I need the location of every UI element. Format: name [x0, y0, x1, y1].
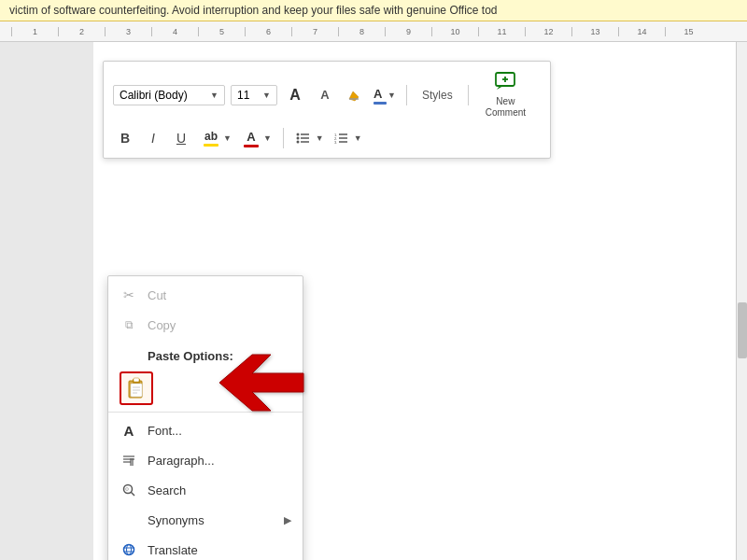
- search-label: Search: [148, 483, 291, 497]
- font-color-a-icon: A: [247, 130, 255, 144]
- decrease-font-size-button[interactable]: A: [313, 83, 337, 107]
- warning-text: victim of software counterfeiting. Avoid…: [9, 4, 498, 17]
- synonyms-label: Synonyms: [148, 513, 275, 527]
- context-menu-translate[interactable]: Translate: [108, 535, 303, 560]
- italic-button[interactable]: I: [141, 126, 165, 150]
- font-label: Font...: [148, 424, 291, 438]
- paste-keep-source-button[interactable]: [120, 371, 153, 405]
- font-color-format-button[interactable]: A: [237, 126, 265, 150]
- font-menu-icon: A: [120, 421, 138, 440]
- numbered-list-icon: 1. 2. 3.: [334, 132, 349, 145]
- bold-button[interactable]: B: [113, 126, 137, 150]
- ruler-mark: 15: [665, 27, 712, 36]
- ruler-mark: 3: [105, 27, 151, 36]
- divider: [406, 85, 407, 105]
- ruler: 1 2 3 4 5 6 7 8 9 10 11 12 13 14 15: [0, 21, 747, 42]
- styles-label: Styles: [422, 89, 453, 102]
- italic-label: I: [151, 131, 155, 146]
- divider3: [283, 128, 284, 148]
- ribbon-toolbar: Calibri (Body) ▼ 11 ▼ A A: [103, 61, 551, 159]
- paragraph-icon: [120, 451, 138, 469]
- scrollbar[interactable]: [736, 42, 747, 560]
- font-family-select[interactable]: Calibri (Body) ▼: [113, 85, 225, 105]
- increase-font-icon: A: [289, 87, 301, 104]
- ribbon-row2: B I U ab ▼ A ▼: [113, 126, 541, 150]
- ruler-content: 1 2 3 4 5 6 7 8 9 10 11 12 13 14 15: [0, 21, 747, 41]
- bold-label: B: [120, 131, 130, 146]
- menu-separator: [108, 412, 303, 413]
- highlight-button[interactable]: ab: [197, 126, 225, 150]
- scrollbar-thumb[interactable]: [738, 302, 747, 358]
- context-menu-copy[interactable]: ⧉ Copy: [108, 310, 303, 340]
- ruler-mark: 9: [385, 27, 431, 36]
- context-menu-cut[interactable]: ✂ Cut: [108, 280, 303, 310]
- new-comment-icon: [494, 71, 516, 96]
- font-color-button[interactable]: A ▼: [373, 83, 397, 107]
- context-menu-search[interactable]: Search: [108, 475, 303, 505]
- context-menu-paragraph[interactable]: Paragraph...: [108, 445, 303, 475]
- ruler-mark: 5: [198, 27, 245, 36]
- ruler-mark: 2: [58, 27, 105, 36]
- ruler-mark: 12: [525, 27, 571, 36]
- highlight-color-bar: [204, 144, 218, 147]
- underline-button[interactable]: U: [169, 126, 193, 150]
- increase-font-size-button[interactable]: A: [283, 83, 307, 107]
- cut-label: Cut: [148, 288, 291, 302]
- ruler-mark: 11: [478, 27, 525, 36]
- font-family-value: Calibri (Body): [120, 89, 188, 102]
- bullet-list-button[interactable]: [291, 126, 316, 150]
- warning-bar: victim of software counterfeiting. Avoid…: [0, 0, 747, 21]
- font-color-icon: A: [374, 86, 387, 105]
- svg-rect-20: [134, 378, 139, 382]
- font-color-dropdown-icon: ▼: [388, 91, 396, 100]
- numbered-list-dropdown-icon[interactable]: ▼: [354, 133, 362, 143]
- decrease-font-icon: A: [320, 88, 329, 102]
- svg-point-34: [127, 545, 132, 555]
- svg-point-32: [126, 488, 129, 491]
- copy-icon: ⧉: [120, 315, 138, 334]
- bullet-list-icon: [296, 132, 311, 145]
- paste-options-row: [108, 368, 303, 409]
- cut-icon: ✂: [120, 286, 138, 304]
- document-area: Calibri (Body) ▼ 11 ▼ A A: [0, 42, 747, 560]
- paste-options-icon: [120, 346, 138, 365]
- svg-point-8: [296, 137, 299, 140]
- svg-text:3.: 3.: [334, 140, 337, 145]
- highlight-text-icon: ab: [204, 130, 218, 143]
- context-menu-synonyms[interactable]: Synonyms ▶: [108, 505, 303, 535]
- svg-point-33: [124, 545, 134, 555]
- synonyms-arrow-icon: ▶: [284, 514, 291, 526]
- ruler-mark: 8: [338, 27, 385, 36]
- font-family-arrow-icon: ▼: [210, 91, 218, 100]
- context-menu-font[interactable]: A Font...: [108, 415, 303, 445]
- eraser-icon: [347, 88, 362, 103]
- ribbon-row1: Calibri (Body) ▼ 11 ▼ A A: [113, 69, 541, 120]
- translate-icon: [120, 540, 138, 559]
- new-comment-label: New Comment: [486, 96, 526, 119]
- font-size-arrow-icon: ▼: [262, 91, 271, 100]
- ruler-mark: 14: [618, 27, 665, 36]
- numbered-list-button[interactable]: 1. 2. 3.: [330, 126, 354, 150]
- highlight-dropdown-icon[interactable]: ▼: [223, 133, 232, 143]
- ruler-mark: 7: [291, 27, 338, 36]
- paste-options-label: Paste Options:: [148, 349, 291, 363]
- context-menu: ✂ Cut ⧉ Copy Paste Options:: [107, 275, 303, 560]
- svg-point-6: [296, 133, 299, 136]
- font-color-dropdown-arrow[interactable]: ▼: [263, 133, 272, 143]
- font-size-value: 11: [237, 89, 249, 102]
- font-color-a-bar: [244, 145, 259, 147]
- clear-formatting-button[interactable]: [343, 83, 367, 107]
- ruler-mark: 1: [11, 27, 58, 36]
- divider2: [468, 85, 469, 105]
- synonyms-icon: [120, 511, 138, 529]
- context-menu-paste-options-header: Paste Options:: [108, 340, 303, 368]
- font-size-select[interactable]: 11 ▼: [231, 85, 277, 105]
- ruler-mark: 10: [431, 27, 478, 36]
- svg-point-10: [296, 141, 299, 144]
- styles-button[interactable]: Styles: [416, 83, 458, 107]
- translate-label: Translate: [148, 543, 291, 557]
- ruler-mark: 4: [151, 27, 198, 36]
- copy-label: Copy: [148, 318, 291, 332]
- bullet-list-dropdown-icon[interactable]: ▼: [316, 133, 324, 143]
- new-comment-button[interactable]: New Comment: [478, 69, 533, 120]
